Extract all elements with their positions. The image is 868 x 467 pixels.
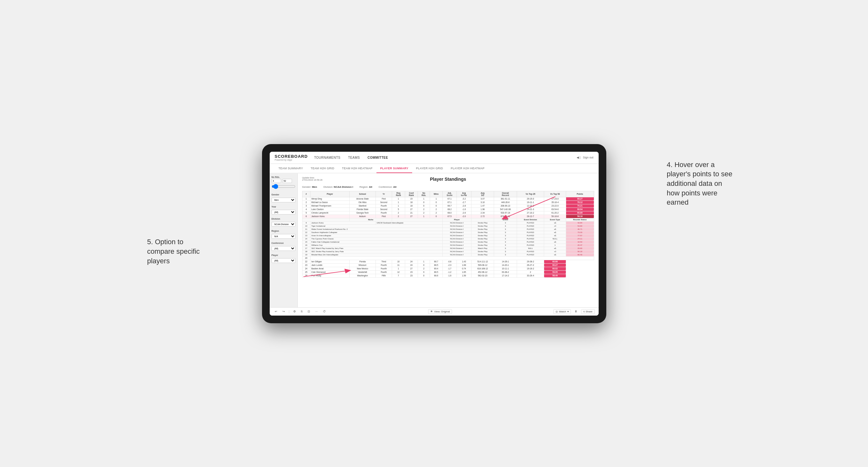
w-points-12[interactable]: 73.33 <box>566 231 594 234</box>
w-points-16[interactable]: 20.47 <box>566 244 594 247</box>
sub-nav-team-summary[interactable]: TEAM SUMMARY <box>275 164 307 173</box>
event-detail-row: 17 SEC Match Play hosted by Jerry Pate N… <box>302 247 594 250</box>
points-cell-4[interactable]: 68.94 <box>566 208 594 211</box>
view-original-button[interactable]: 👁 View: Original <box>428 309 452 314</box>
sidebar-no-rds-to[interactable] <box>282 179 292 183</box>
view-label: View: Original <box>434 310 450 313</box>
points-cell-5[interactable]: 60.89 <box>566 211 594 215</box>
col-vs-top50: Vs Top 50 <box>544 191 566 197</box>
event-detail-row: 12 Southern Highlands Collegiate NCAA Di… <box>302 231 594 234</box>
w-points-14[interactable]: 24.11 <box>566 237 594 240</box>
settings-button[interactable]: ⚙ <box>292 309 297 314</box>
points-cell-24[interactable]: 60.02 <box>544 267 566 270</box>
sub-nav-player-summary[interactable]: PLAYER SUMMARY <box>376 164 412 173</box>
col-no-rds: NoRds. <box>418 191 430 197</box>
col-school: School <box>349 191 375 197</box>
event-detail-row: 14 The Cypress Point Classic NCAA Divisi… <box>302 237 594 240</box>
watch-chevron-icon: ▾ <box>567 310 569 313</box>
w-points-19[interactable]: 66.40 <box>566 253 594 256</box>
grid-button[interactable]: ⊡ <box>306 309 311 314</box>
sign-out-link[interactable]: Sign out <box>583 156 593 159</box>
points-cell-26[interactable]: 58.49 <box>544 274 566 277</box>
sidebar-no-rds-label: No Rds. <box>272 176 296 178</box>
nav-committee[interactable]: COMMITTEE <box>368 156 388 159</box>
w-points-13[interactable]: 77.57 <box>566 234 594 237</box>
col-num: # <box>302 191 310 197</box>
redo-button[interactable]: ↪ <box>281 309 286 314</box>
dots-button[interactable]: ··· <box>314 309 319 314</box>
sub-nav: TEAM SUMMARY TEAM H2H GRID TEAM H2H HEAT… <box>270 164 599 174</box>
filter-conference: Conference: All <box>379 186 397 188</box>
col-conf-rank: ConfRank <box>405 191 418 197</box>
update-time-value: 27/01/2024 16:56:26 <box>302 179 322 181</box>
col-adj-score: Adj.Score <box>442 191 457 197</box>
points-cell-22[interactable]: 60.68 <box>544 260 566 263</box>
sidebar-no-rds-slider[interactable] <box>272 184 296 189</box>
sub-nav-team-h2h-heatmap[interactable]: TEAM H2H HEATMAP <box>338 164 376 173</box>
event-detail-row: 13 Amer An Intercollegiate NCAA Division… <box>302 234 594 237</box>
nav-tournaments[interactable]: TOURNAMENTS <box>314 156 340 159</box>
sidebar-player-select[interactable]: (All) <box>272 258 296 263</box>
clock-button[interactable]: ⏱ <box>322 309 327 314</box>
sidebar-player: Player (All) <box>272 254 296 263</box>
points-cell-1[interactable]: 88.27 <box>566 197 594 200</box>
points-cell-3[interactable]: 70.21 <box>566 204 594 208</box>
share-button[interactable]: ⎋ Share <box>581 309 595 314</box>
panel-filters-row: Gender: Men Division: NCAA Division I Re… <box>302 186 594 188</box>
view-icon: 👁 <box>430 310 433 313</box>
table-row-hovered: 6 Jackson Koivu Auburn First 2 27 1 0 67… <box>302 215 594 218</box>
copy-button[interactable]: ⎘ <box>300 309 304 314</box>
sidebar-conference-select[interactable]: (All) <box>272 246 296 251</box>
table-header-row: # Player School Yr RegRank ConfRank NoRd… <box>302 191 594 197</box>
update-time-block: Update time: 27/01/2024 16:56:26 <box>302 177 322 181</box>
sub-nav-player-h2h-heatmap[interactable]: PLAYER H2H HEATMAP <box>447 164 488 173</box>
w-points-11[interactable]: 46.71 <box>566 227 594 231</box>
table-row: 5 Christo Lamprecht Georgia Tech Fourth … <box>302 211 594 215</box>
sidebar-no-rds-from[interactable] <box>272 179 281 183</box>
table-row: 20 <box>302 256 594 260</box>
nav-teams[interactable]: TEAMS <box>348 156 360 159</box>
points-cell-25[interactable]: 59.95 <box>544 270 566 274</box>
filter-region: Region: All <box>360 186 372 188</box>
table-row: 1 Wenyi Ding Arizona State First 1 15 1 … <box>302 197 594 200</box>
tablet-screen: SCOREBOARD Powered by clippi TOURNAMENTS… <box>270 152 599 316</box>
col-vs-top25: Vs Top 25 <box>517 191 544 197</box>
table-row: 22 Ian Gilligan Florida Third 10 24 1 68… <box>302 260 594 263</box>
standings-panel: Update time: 27/01/2024 16:56:26 Player … <box>298 174 599 307</box>
sub-nav-player-h2h-grid[interactable]: PLAYER H2H GRID <box>412 164 447 173</box>
w-points-18[interactable]: 56.18 <box>566 250 594 253</box>
table-row: 24 Bastien Amat New Mexico Fourth 1 27 2… <box>302 267 594 270</box>
annotation-bottom-left: 5. Option to compare specific players <box>147 237 211 266</box>
watch-button[interactable]: ◎ Watch ▾ <box>553 309 571 314</box>
sub-nav-team-h2h-grid[interactable]: TEAM H2H GRID <box>307 164 338 173</box>
w-points-10[interactable]: 53.60 <box>566 224 594 227</box>
undo-button[interactable]: ↩ <box>274 309 279 314</box>
panel-title: Player Standings <box>430 177 466 182</box>
sidebar-year-label: Year <box>272 206 296 208</box>
event-detail-row: 18 SEC Stroke Play hosted by Jerry Pate … <box>302 250 594 253</box>
points-cell-23[interactable]: 60.27 <box>544 263 566 267</box>
event-detail-row: 11 Wake Forest Invitational at Pinehurst… <box>302 227 594 231</box>
points-cell-2[interactable]: 76.12 <box>566 200 594 204</box>
points-cell-6[interactable]: 58.18 <box>566 215 594 218</box>
main-content: No Rds. Gender Men Year <box>270 174 599 307</box>
sidebar: No Rds. Gender Men Year <box>270 174 298 307</box>
sidebar-gender-select[interactable]: Men <box>272 198 296 203</box>
header-right: ◀ | Sign out <box>577 156 593 159</box>
w-points-17[interactable]: 29.90 <box>566 247 594 250</box>
sidebar-region-select[interactable]: N/A <box>272 234 296 239</box>
event-detail-row: 19 Mirabel Maui Jim Intercollegiate NCAA… <box>302 253 594 256</box>
sidebar-division-select[interactable]: NCAA Division I <box>272 222 296 227</box>
sidebar-year: Year (All) <box>272 206 296 215</box>
table-row: 3 Michael Thorbjornsen Stanford Fourth 1… <box>302 204 594 208</box>
logo-sub: Powered by clippi <box>275 159 308 161</box>
filter-gender: Gender: Men <box>302 186 317 188</box>
w-points-9[interactable]: 42.64 <box>566 221 594 224</box>
event-sub-header: Niche Player Event Event Division Event … <box>302 218 594 221</box>
sidebar-year-select[interactable]: (All) <box>272 210 296 215</box>
header-back-icon[interactable]: ◀ | <box>577 156 581 159</box>
sidebar-gender: Gender Men <box>272 193 296 203</box>
table-row: 4 Luke Clanton Florida State Second 5 27… <box>302 208 594 211</box>
w-points-15[interactable]: 16.50 <box>566 240 594 244</box>
download-button[interactable]: ⬇ <box>574 309 579 314</box>
